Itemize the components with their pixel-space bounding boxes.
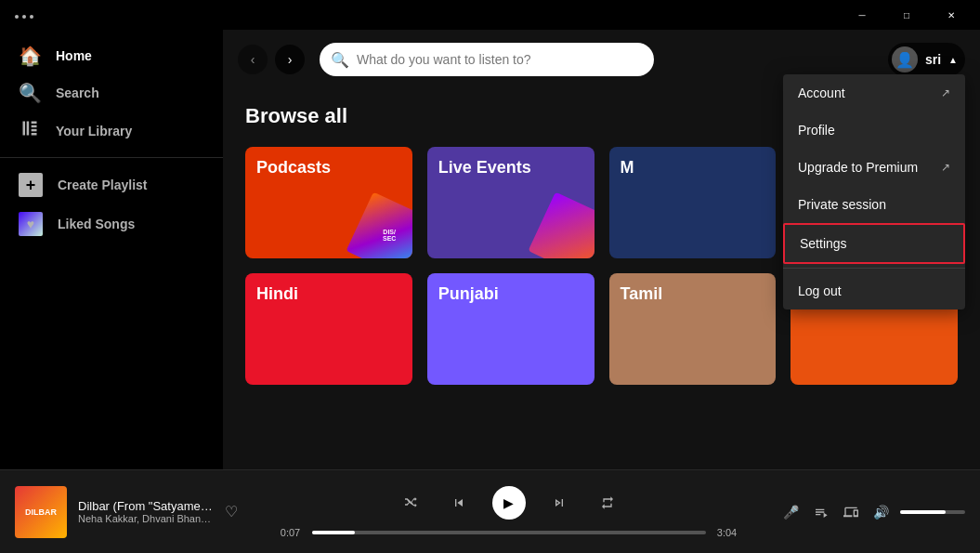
track-info: DILBAR Dilbar (From "Satyameva Jayate") … [15, 486, 238, 538]
progress-track[interactable] [312, 531, 706, 534]
dropdown-account[interactable]: Account ↗ [783, 74, 965, 112]
private-session-label: Private session [798, 197, 886, 212]
settings-label: Settings [800, 236, 847, 251]
dot3 [30, 15, 33, 19]
genre-label-live-events: Live Events [438, 158, 531, 178]
track-thumbnail: DILBAR [15, 486, 67, 538]
upgrade-external-icon: ↗ [941, 161, 950, 174]
forward-button[interactable]: › [275, 45, 305, 74]
svg-rect-1 [27, 122, 30, 136]
sidebar-home-label: Home [56, 48, 92, 63]
progress-container: 0:07 3:04 [277, 527, 741, 538]
genre-label-tamil: Tamil [621, 284, 663, 304]
queue-button[interactable] [810, 499, 833, 525]
minimize-button[interactable]: ─ [841, 0, 883, 30]
main-content: ‹ › 🔍 👤 sri ▲ Account ↗ Profile [223, 30, 980, 469]
svg-rect-5 [32, 133, 37, 136]
create-playlist-label: Create Playlist [58, 178, 148, 192]
genre-card-music[interactable]: M [609, 147, 777, 258]
sidebar-nav: 🏠 Home 🔍 Search Your Library [0, 37, 223, 150]
nav-arrows: ‹ › [238, 45, 305, 74]
next-button[interactable] [544, 488, 574, 518]
sidebar-create-playlist[interactable]: + Create Playlist [0, 165, 223, 204]
svg-rect-2 [32, 122, 37, 125]
right-controls: 🎤 🔊 [779, 499, 965, 525]
genre-card-tamil[interactable]: Tamil [609, 273, 777, 385]
dropdown-private-session[interactable]: Private session [783, 186, 965, 223]
sidebar-item-home[interactable]: 🏠 Home [7, 37, 216, 74]
sidebar-library-label: Your Library [56, 124, 132, 138]
control-buttons: ▶ [396, 486, 622, 520]
genre-card-podcasts[interactable]: Podcasts DIS/SEC [245, 147, 412, 258]
dropdown-logout[interactable]: Log out [783, 272, 965, 309]
topbar: ‹ › 🔍 👤 sri ▲ Account ↗ Profile [223, 30, 980, 89]
svg-rect-3 [32, 125, 37, 128]
genre-label-hindi: Hindi [256, 284, 298, 304]
upgrade-label: Upgrade to Premium [798, 160, 918, 175]
total-time: 3:04 [713, 527, 741, 538]
account-label: Account [798, 86, 845, 100]
user-name-label: sri [925, 52, 941, 67]
devices-button[interactable] [840, 499, 863, 525]
window-controls: ─ □ ✕ [841, 0, 973, 30]
play-pause-button[interactable]: ▶ [492, 486, 526, 520]
mic-button[interactable]: 🎤 [779, 499, 803, 525]
search-bar: 🔍 [320, 43, 654, 76]
dropdown-upgrade[interactable]: Upgrade to Premium ↗ [783, 149, 965, 186]
create-playlist-icon: + [19, 173, 43, 197]
svg-rect-4 [32, 129, 37, 132]
genre-label-podcasts: Podcasts [256, 158, 331, 178]
track-meta: Dilbar (From "Satyameva Jayate") Neha Ka… [78, 499, 214, 524]
progress-fill [312, 531, 356, 534]
dot2 [22, 15, 26, 19]
back-button[interactable]: ‹ [238, 45, 268, 74]
dropdown-divider [783, 268, 965, 269]
liked-songs-label: Liked Songs [58, 217, 135, 231]
track-artist: Neha Kakkar, Dhvani Bhanushali, Ikka, T.… [78, 513, 214, 524]
close-button[interactable]: ✕ [930, 0, 973, 30]
logout-label: Log out [798, 283, 842, 298]
library-icon [19, 119, 41, 142]
podcasts-art: DIS/SEC [346, 191, 412, 258]
sidebar-liked-songs[interactable]: ♥ Liked Songs [0, 204, 223, 244]
home-icon: 🏠 [19, 45, 41, 67]
current-time: 0:07 [277, 527, 305, 538]
volume-button[interactable]: 🔊 [870, 499, 894, 525]
sidebar-item-search[interactable]: 🔍 Search [7, 74, 216, 112]
genre-label-punjabi: Punjabi [438, 284, 499, 304]
previous-button[interactable] [444, 488, 474, 518]
svg-rect-0 [23, 122, 26, 136]
user-menu-button[interactable]: 👤 sri ▲ [888, 43, 965, 76]
track-title: Dilbar (From "Satyameva Jayate") [78, 499, 214, 513]
genre-card-punjabi[interactable]: Punjabi [427, 273, 595, 385]
live-events-art [528, 191, 595, 258]
volume-fill [900, 510, 946, 514]
sidebar-search-label: Search [56, 86, 99, 100]
app-body: 🏠 Home 🔍 Search Your Library + Create Pl… [0, 30, 980, 469]
titlebar: ─ □ ✕ [0, 0, 980, 30]
account-external-icon: ↗ [941, 86, 950, 99]
user-avatar: 👤 [892, 46, 918, 72]
genre-card-hindi[interactable]: Hindi [245, 273, 412, 385]
app-menu-dots[interactable] [7, 7, 41, 26]
sidebar: 🏠 Home 🔍 Search Your Library + Create Pl… [0, 30, 223, 469]
profile-label: Profile [798, 123, 835, 138]
sidebar-divider [0, 157, 223, 158]
liked-songs-icon: ♥ [19, 212, 43, 236]
maximize-button[interactable]: □ [885, 0, 928, 30]
volume-slider[interactable] [900, 510, 965, 514]
sidebar-item-library[interactable]: Your Library [7, 112, 216, 150]
repeat-button[interactable] [593, 488, 622, 518]
like-button[interactable]: ♡ [225, 503, 238, 520]
dropdown-profile[interactable]: Profile [783, 112, 965, 149]
caret-up-icon: ▲ [948, 55, 958, 65]
search-bar-icon: 🔍 [331, 51, 349, 69]
user-dropdown-menu: Account ↗ Profile Upgrade to Premium ↗ P… [783, 74, 965, 309]
search-input[interactable] [320, 43, 654, 76]
genre-label-music: M [621, 158, 634, 178]
dropdown-settings[interactable]: Settings [783, 223, 965, 264]
search-icon: 🔍 [19, 82, 41, 104]
shuffle-button[interactable] [396, 488, 425, 518]
genre-card-live-events[interactable]: Live Events [427, 147, 595, 258]
dot1 [15, 15, 19, 19]
